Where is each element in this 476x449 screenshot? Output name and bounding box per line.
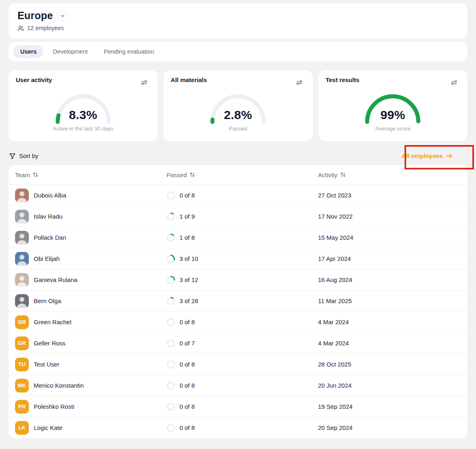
activity-date: 17 Nov 2022: [318, 213, 461, 220]
passed-count: 1 of 8: [180, 234, 195, 241]
gauge-chart: 99%: [362, 90, 423, 124]
team-selector-button[interactable]: [57, 10, 68, 21]
activity-date: 11 Mar 2025: [318, 297, 461, 304]
gauge-chart: 8.3%: [53, 90, 114, 124]
employee-name: Logic Kate: [34, 424, 63, 431]
avatar: MK: [15, 379, 29, 393]
stat-card: Test results 99% Average score: [318, 70, 467, 141]
employee-name: Geller Ross: [34, 340, 65, 347]
table-row[interactable]: MK Menico Konstantin 0 of 8 20 Jun 2024: [9, 375, 467, 396]
activity-date: 19 Sep 2024: [318, 403, 461, 410]
dashboard-page: Europe 12 employees Users Development Pe…: [9, 0, 467, 438]
team-header-card: Europe 12 employees: [9, 3, 467, 39]
passed-count: 0 of 8: [180, 424, 195, 431]
avatar: TU: [15, 358, 29, 371]
passed-count: 3 of 10: [180, 255, 198, 262]
activity-date: 28 Oct 2025: [318, 361, 461, 368]
stat-card: All materials 2.8% Passed: [163, 70, 312, 141]
sliders-icon: [450, 79, 458, 86]
progress-ring: [167, 275, 175, 284]
table-row[interactable]: GR Green Rachel 0 of 8 4 Mar 2024: [9, 311, 467, 332]
passed-count: 3 of 28: [180, 297, 198, 304]
passed-count: 1 of 9: [180, 213, 195, 220]
stat-settings-button[interactable]: [138, 76, 150, 89]
stat-settings-button[interactable]: [293, 76, 305, 89]
gauge-value: 2.8%: [208, 108, 268, 122]
activity-date: 27 Oct 2023: [318, 192, 461, 199]
progress-ring: [167, 360, 175, 369]
tab-development[interactable]: Development: [46, 45, 94, 58]
column-header-team[interactable]: Team: [15, 171, 167, 178]
employees-table: Team Passed Activity D: [9, 165, 467, 438]
employee-name: Menico Konstantin: [34, 382, 84, 389]
activity-date: 15 May 2024: [318, 234, 461, 241]
table-row[interactable]: GR Geller Ross 0 of 7 4 Mar 2024: [9, 332, 467, 354]
column-header-activity[interactable]: Activity: [318, 171, 461, 178]
avatar: GR: [15, 336, 29, 350]
table-row[interactable]: Ganieva Rulana 3 of 12 16 Aug 2024: [9, 269, 467, 290]
arrow-right-icon: [446, 153, 452, 159]
employee-name: Dubois Alba: [34, 192, 66, 199]
avatar: [15, 294, 29, 308]
activity-date: 16 Aug 2024: [318, 276, 461, 283]
stat-card: User activity 8.3% Active in the last 30…: [9, 70, 158, 141]
all-employees-link[interactable]: All employees: [402, 152, 467, 159]
chevron-down-icon: [60, 13, 65, 18]
activity-date: 20 Sep 2024: [318, 424, 461, 431]
all-employees-label: All employees: [402, 152, 443, 159]
avatar: [15, 189, 29, 202]
table-row[interactable]: LK Logic Kate 0 of 8 20 Sep 2024: [9, 417, 467, 438]
avatar: [15, 273, 29, 287]
tabs-bar: Users Development Pending evaluation: [9, 42, 467, 61]
table-row[interactable]: Dubois Alba 0 of 8 27 Oct 2023: [9, 184, 467, 206]
stat-caption: Passed: [171, 126, 305, 132]
employee-name: Bern Olga: [34, 297, 61, 304]
passed-count: 0 of 7: [180, 340, 195, 347]
avatar: [15, 231, 29, 245]
avatar: [15, 252, 29, 266]
sort-arrows-icon: [189, 172, 195, 178]
progress-ring: [167, 402, 175, 411]
table-row[interactable]: Pollack Dan 1 of 8 15 May 2024: [9, 227, 467, 248]
activity-date: 17 Apr 2024: [318, 255, 461, 262]
stat-caption: Active in the last 30 days: [16, 126, 150, 132]
stat-settings-button[interactable]: [448, 76, 460, 89]
tab-pending-evaluation[interactable]: Pending evaluation: [97, 45, 161, 58]
avatar: LK: [15, 421, 29, 435]
stat-card-title: Test results: [326, 76, 359, 83]
avatar: [15, 210, 29, 223]
employees-icon: [17, 25, 24, 31]
employee-name: Obi Elijah: [34, 255, 60, 262]
gauge-value: 8.3%: [53, 108, 114, 122]
progress-ring: [167, 212, 175, 221]
progress-ring: [167, 233, 175, 242]
table-row[interactable]: Bern Olga 3 of 28 11 Mar 2025: [9, 290, 467, 311]
sort-by-button[interactable]: Sort by: [9, 152, 39, 159]
table-row[interactable]: TU Test User 0 of 8 28 Oct 2025: [9, 354, 467, 375]
employee-name: Ganieva Rulana: [34, 276, 78, 283]
table-row[interactable]: PR Poleshko Rosti 0 of 8 19 Sep 2024: [9, 396, 467, 417]
sliders-icon: [141, 79, 148, 86]
page-title: Europe: [17, 10, 53, 22]
activity-date: 4 Mar 2024: [318, 319, 461, 325]
stat-card-title: All materials: [171, 76, 207, 83]
toolbar: Sort by All employees: [9, 152, 467, 159]
passed-count: 0 of 8: [180, 403, 195, 410]
employee-name: Pollack Dan: [34, 234, 66, 241]
table-row[interactable]: Obi Elijah 3 of 10 17 Apr 2024: [9, 248, 467, 269]
sort-by-label: Sort by: [19, 152, 39, 159]
stat-caption: Average score: [326, 126, 460, 132]
employee-name: Test User: [34, 361, 59, 368]
tab-users[interactable]: Users: [13, 45, 43, 58]
employees-count: 12 employees: [27, 25, 64, 31]
filter-funnel-icon: [9, 153, 16, 159]
passed-count: 0 of 8: [180, 361, 195, 368]
progress-ring: [167, 339, 175, 348]
sliders-icon: [296, 79, 303, 86]
activity-date: 20 Jun 2024: [318, 382, 461, 389]
passed-count: 0 of 8: [180, 192, 195, 199]
table-row[interactable]: Islav Radu 1 of 9 17 Nov 2022: [9, 206, 467, 227]
column-header-passed[interactable]: Passed: [167, 171, 318, 178]
passed-count: 3 of 12: [180, 276, 198, 283]
employee-name: Green Rachel: [34, 319, 71, 325]
